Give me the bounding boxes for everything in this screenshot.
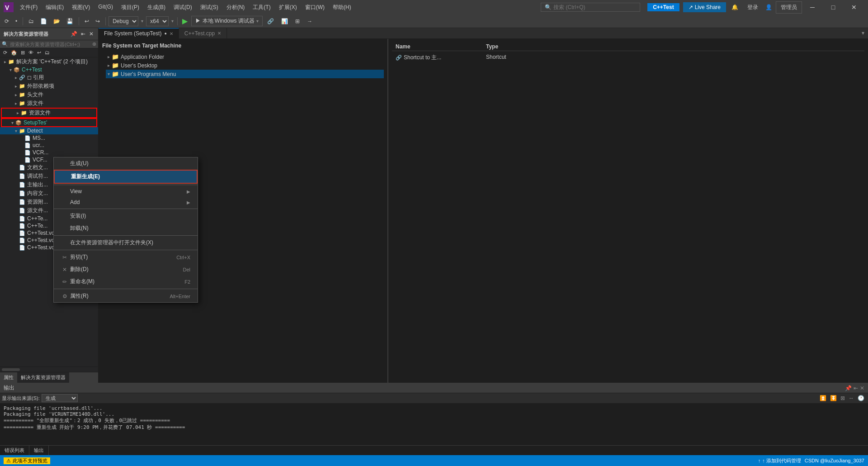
- menu-build[interactable]: 生成(B): [144, 2, 169, 13]
- toolbar-attach[interactable]: 🔗: [264, 17, 277, 25]
- output-clear-icon[interactable]: ⊠: [840, 395, 845, 401]
- tab-filesystem-close-icon[interactable]: ✕: [170, 31, 173, 36]
- app-folder-item[interactable]: ▸ 📁 Application Folder: [106, 52, 384, 61]
- global-search-input[interactable]: [553, 4, 635, 10]
- live-share-button[interactable]: ↗ Live Share: [683, 2, 726, 12]
- menu-tools[interactable]: 工具(T): [249, 2, 274, 13]
- external-deps-item[interactable]: ▸ 📁 外部依赖项: [0, 82, 98, 90]
- sidebar-nav-filter[interactable]: 🗂: [43, 49, 51, 56]
- status-add-to-source-control[interactable]: ↑ ↑ 添加到代码管理: [758, 457, 801, 464]
- sidebar-nav-sync[interactable]: ↩: [36, 49, 42, 56]
- menu-extensions[interactable]: 扩展(X): [275, 2, 301, 13]
- status-csdn[interactable]: CSDN @liuZuoJiang_3037: [805, 458, 864, 463]
- toolbar-save-all[interactable]: 🗂: [26, 17, 37, 25]
- close-button[interactable]: ✕: [844, 0, 864, 14]
- vcr1-item[interactable]: 📄 VCR...: [0, 149, 98, 156]
- ref-icon: 🔗: [19, 75, 25, 81]
- ucr-item[interactable]: 📄 ucr...: [0, 142, 98, 149]
- fs-row-1[interactable]: 🔗 Shortcut to 主... Shortcut: [392, 53, 864, 62]
- output-close-icon[interactable]: ✕: [860, 385, 864, 391]
- menu-project[interactable]: 项目(P): [118, 2, 143, 13]
- output-wrap-icon[interactable]: ↔: [849, 395, 854, 401]
- detect-item[interactable]: ▾ 📁 Detect: [0, 127, 98, 134]
- cpptest-project-item[interactable]: ▾ 📦 C++Test: [0, 66, 98, 73]
- admin-button[interactable]: 管理员: [776, 1, 802, 14]
- output-clock-icon[interactable]: 🕐: [858, 395, 864, 401]
- solution-root-item[interactable]: ▸ 📁 解决方案 'C++Test' (2 个项目): [0, 57, 98, 66]
- tab-cpptest-close-icon[interactable]: ✕: [217, 31, 221, 36]
- toolbar-refresh[interactable]: ⟳: [2, 17, 12, 25]
- ctx-install[interactable]: 安装(I): [54, 210, 198, 222]
- notifications-icon[interactable]: 🔔: [730, 2, 740, 12]
- toolbar-open[interactable]: 📂: [51, 17, 63, 25]
- output-scroll-lock-icon[interactable]: ⏫: [820, 395, 826, 401]
- output-source-select[interactable]: 生成: [42, 394, 78, 402]
- title-bar: V // We'll populate menus in the templat…: [0, 0, 868, 14]
- menu-view[interactable]: 视图(V): [68, 2, 94, 13]
- references-item[interactable]: ▸ 🔗 ◻ 引用: [0, 73, 98, 82]
- ctx-uninstall[interactable]: 卸载(N): [54, 222, 198, 234]
- menu-debug[interactable]: 调试(D): [170, 2, 196, 13]
- toolbar-extra[interactable]: →: [304, 17, 315, 25]
- menu-help[interactable]: 帮助(H): [329, 2, 355, 13]
- header-files-item[interactable]: ▸ 📁 头文件: [0, 90, 98, 99]
- output-content: Packaging file 'ucrtbased.dll'... Packag…: [0, 404, 868, 445]
- sidebar-arrow-icon[interactable]: ⇤: [80, 30, 86, 38]
- menu-edit[interactable]: 编辑(E): [42, 2, 67, 13]
- ctx-open-in-explorer[interactable]: 在文件资源管理器中打开文件夹(X): [54, 237, 198, 249]
- toolbar-dot[interactable]: •: [13, 17, 20, 25]
- menu-window[interactable]: 窗口(W): [302, 2, 328, 13]
- programs-menu-item[interactable]: ▾ 📁 User's Programs Menu: [106, 70, 384, 78]
- ctx-add[interactable]: Add ▶: [54, 197, 198, 208]
- sidebar-nav-refresh[interactable]: 🏠: [9, 49, 19, 56]
- toolbar-redo[interactable]: ↪: [93, 17, 103, 25]
- login-button[interactable]: 登录: [744, 2, 762, 13]
- ctx-properties[interactable]: ⚙ 属性(R) Alt+Enter: [54, 290, 198, 302]
- ctx-view[interactable]: View ▶: [54, 186, 198, 197]
- ctx-rename[interactable]: ✏ 重命名(M) F2: [54, 276, 198, 288]
- output-arrow-icon[interactable]: ⇤: [854, 385, 858, 391]
- config-select[interactable]: Debug: [108, 16, 138, 26]
- sidebar-search-options-icon[interactable]: ⊕: [92, 41, 96, 47]
- properties-tab[interactable]: 属性: [0, 372, 17, 383]
- solution-explorer-tab[interactable]: 解决方案资源管理器: [17, 372, 69, 383]
- setuptest-project-item[interactable]: ▾ 📦 SetupTes': [1, 118, 97, 127]
- run-target[interactable]: ▶ 本地 Windows 调试器 ▾: [191, 16, 263, 26]
- ctx-rebuild[interactable]: 重新生成(E): [54, 170, 198, 184]
- desktop-folder-item[interactable]: ▸ 📁 User's Desktop: [106, 61, 384, 70]
- sidebar-nav-back[interactable]: ⟳: [2, 49, 9, 56]
- output-scroll-end-icon[interactable]: ⏬: [830, 395, 837, 401]
- sidebar-nav-show-all[interactable]: 👁: [27, 49, 35, 56]
- toolbar-undo[interactable]: ↩: [82, 17, 92, 25]
- menu-file[interactable]: 文件(F): [16, 2, 41, 13]
- toolbar-save[interactable]: 💾: [64, 17, 76, 25]
- tab-overflow-button[interactable]: ▾: [858, 28, 868, 38]
- menu-test[interactable]: 测试(S): [197, 2, 222, 13]
- vcxf-icon: 📄: [19, 230, 25, 236]
- resource-files-item[interactable]: ▸ 📁 资源文件: [1, 108, 97, 118]
- error-list-tab[interactable]: 错误列表: [0, 446, 29, 455]
- sidebar-close-icon[interactable]: ✕: [88, 30, 94, 38]
- menu-analyze[interactable]: 分析(N): [223, 2, 249, 13]
- sidebar-search-input[interactable]: [10, 42, 92, 47]
- ctx-delete[interactable]: ✕ 删除(D) Del: [54, 263, 198, 276]
- ctx-build[interactable]: 生成(U): [54, 157, 198, 170]
- menu-git[interactable]: Git(G): [94, 2, 117, 13]
- output-tab[interactable]: 输出: [29, 446, 49, 455]
- minimize-button[interactable]: ─: [802, 0, 823, 14]
- ms-item[interactable]: 📄 MS...: [0, 134, 98, 142]
- ctx-cut[interactable]: ✂ 剪切(T) Ctrl+X: [54, 251, 198, 263]
- toolbar-more[interactable]: ⊞: [292, 17, 302, 25]
- toolbar-new[interactable]: 📄: [38, 17, 50, 25]
- toolbar-perf[interactable]: 📊: [278, 17, 291, 25]
- tab-filesystem[interactable]: File System (SetupTest) ● ✕: [99, 28, 179, 38]
- run-button[interactable]: ▶: [180, 17, 189, 25]
- sidebar-pin-icon[interactable]: 📌: [70, 30, 78, 38]
- arch-select[interactable]: x64: [146, 16, 169, 26]
- sidebar-nav-collapse[interactable]: ⊞: [19, 49, 26, 56]
- sidebar-hscroll[interactable]: [0, 366, 98, 372]
- tab-cpptest[interactable]: C++Test.cpp ✕: [179, 28, 227, 38]
- output-pin-icon[interactable]: 📌: [845, 385, 852, 391]
- source-files-item[interactable]: ▸ 📁 源文件: [0, 99, 98, 108]
- restore-button[interactable]: □: [823, 0, 844, 14]
